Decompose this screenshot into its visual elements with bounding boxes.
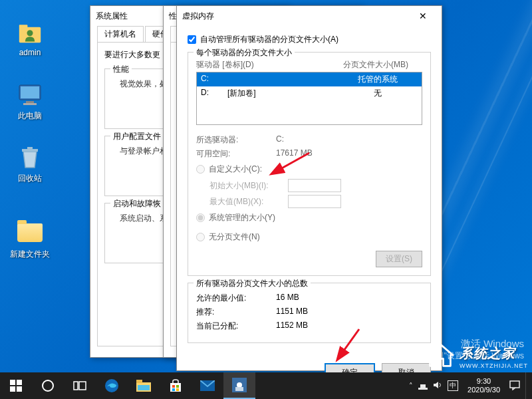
task-view-button[interactable] (64, 372, 96, 399)
auto-manage-checkbox-row[interactable]: 自动管理所有驱动器的分页文件大小(A) (188, 34, 431, 45)
radio-custom-size[interactable]: 自定义大小(C): (196, 164, 422, 175)
svg-rect-12 (17, 380, 22, 385)
totals-fieldset: 所有驱动器分页文件大小的总数 允许的最小值:16 MB 推荐:1151 MB 当… (188, 283, 431, 343)
house-icon (425, 342, 456, 371)
tray-ime-icon[interactable]: 中 (448, 380, 458, 391)
tab-computer-name[interactable]: 计算机名 (97, 26, 144, 42)
folder-icon (17, 219, 43, 246)
selected-drive-label: 所选驱动器: (196, 134, 276, 146)
desktop-icon-this-pc[interactable]: 此电脑 (5, 81, 55, 122)
auto-manage-checkbox[interactable] (188, 35, 196, 44)
taskbar-settings-icon[interactable] (223, 372, 255, 399)
max-size-label: 最大值(MB)(X): (209, 196, 283, 207)
svg-rect-20 (136, 380, 142, 383)
min-label: 允许的最小值: (196, 293, 276, 304)
desktop-icon-admin[interactable]: admin (5, 19, 55, 57)
radio-none-input[interactable] (196, 233, 205, 241)
user-folder-icon (17, 19, 43, 45)
svg-rect-24 (176, 385, 179, 388)
initial-size-input[interactable] (288, 179, 341, 192)
fieldset-legend: 所有驱动器分页文件大小的总数 (194, 278, 311, 289)
svg-rect-7 (22, 149, 38, 152)
taskbar-clock[interactable]: 9:30 2020/9/30 (464, 377, 504, 394)
taskbar-mail-icon[interactable] (192, 372, 223, 399)
svg-rect-6 (23, 103, 37, 105)
radio-system-managed[interactable]: 系统管理的大小(Y) (196, 212, 422, 223)
start-button[interactable] (0, 372, 32, 399)
svg-rect-8 (27, 147, 33, 149)
initial-size-label: 初始大小(MB)(I): (209, 180, 283, 192)
titlebar[interactable]: 虚拟内存 ✕ (177, 6, 442, 26)
taskbar-edge-icon[interactable] (96, 372, 128, 399)
radio-system-input[interactable] (196, 213, 205, 222)
close-button[interactable]: ✕ (410, 7, 436, 25)
rec-label: 推荐: (196, 307, 276, 318)
cur-label: 当前已分配: (196, 321, 276, 332)
svg-rect-25 (172, 388, 175, 391)
svg-rect-16 (74, 382, 78, 390)
drive-list[interactable]: C: 托管的系统 D: [新加卷] 无 (196, 72, 422, 125)
this-pc-icon (17, 81, 43, 108)
svg-rect-32 (420, 384, 426, 388)
cur-value: 1152 MB (276, 321, 308, 332)
system-tray[interactable]: ˄ 中 9:30 2020/9/30 (409, 372, 532, 399)
svg-point-15 (43, 380, 53, 391)
window-title: 虚拟内存 (182, 11, 410, 22)
col-header-drive: 驱动器 [卷标](D) (196, 59, 329, 70)
action-center-icon[interactable] (509, 380, 520, 392)
drive-row[interactable]: C: 托管的系统 (197, 72, 422, 86)
taskbar[interactable]: ˄ 中 9:30 2020/9/30 (0, 372, 532, 399)
min-value: 16 MB (276, 293, 299, 304)
free-space-label: 可用空间: (196, 148, 276, 160)
taskbar-store-icon[interactable] (160, 372, 192, 399)
desktop-icon-new-folder[interactable]: 新建文件夹 (5, 219, 55, 260)
desktop-icon-label: 此电脑 (5, 110, 55, 122)
drive-row[interactable]: D: [新加卷] 无 (197, 86, 422, 100)
set-button[interactable]: 设置(S) (376, 251, 422, 267)
svg-point-29 (237, 382, 242, 388)
svg-rect-14 (17, 386, 22, 392)
svg-rect-30 (235, 387, 243, 391)
svg-point-2 (27, 30, 33, 36)
auto-manage-label: 自动管理所有驱动器的分页文件大小(A) (200, 34, 338, 45)
desktop-icon-label: admin (5, 48, 55, 57)
desktop-icon-recycle-bin[interactable]: 回收站 (5, 144, 55, 184)
svg-rect-21 (138, 385, 150, 390)
col-header-size: 分页文件大小(MB) (329, 59, 422, 70)
selected-drive-value: C: (276, 134, 284, 146)
rec-value: 1151 MB (276, 307, 308, 318)
svg-rect-11 (10, 380, 15, 385)
tray-chevron-up-icon[interactable]: ˄ (409, 382, 413, 390)
svg-rect-5 (26, 101, 34, 103)
recycle-bin-icon (17, 144, 43, 170)
group-user-profiles: 用户配置文件 (110, 131, 164, 142)
brand-text: 系统之家 (460, 346, 515, 360)
desktop-icon-label: 新建文件夹 (5, 249, 55, 260)
max-size-input[interactable] (288, 195, 341, 208)
tray-network-icon[interactable] (418, 380, 428, 391)
brand-sub: WWW.XTZHIJIA.NET (460, 362, 528, 369)
show-desktop-button[interactable] (525, 372, 529, 399)
svg-rect-17 (79, 382, 86, 390)
svg-rect-4 (21, 86, 39, 98)
group-performance: 性能 (110, 64, 132, 75)
svg-rect-23 (172, 385, 175, 388)
brand-watermark: 系统之家 WWW.XTZHIJIA.NET (425, 342, 528, 371)
taskbar-file-explorer-icon[interactable] (128, 372, 160, 399)
svg-rect-26 (176, 388, 179, 391)
cortana-search-button[interactable] (32, 372, 64, 399)
radio-no-paging-file[interactable]: 无分页文件(N) (196, 231, 260, 243)
desktop-icon-label: 回收站 (5, 173, 55, 184)
group-startup-recovery: 启动和故障恢 (110, 198, 164, 209)
free-space-value: 17617 MB (276, 148, 313, 160)
svg-rect-13 (10, 386, 15, 392)
tray-volume-icon[interactable] (433, 380, 442, 391)
svg-rect-1 (19, 25, 28, 28)
svg-rect-22 (170, 383, 181, 392)
radio-custom-input[interactable] (196, 165, 205, 174)
fieldset-legend: 每个驱动器的分页文件大小 (194, 47, 295, 59)
svg-rect-33 (510, 381, 519, 388)
per-drive-fieldset: 每个驱动器的分页文件大小 驱动器 [卷标](D) 分页文件大小(MB) C: 托… (188, 52, 431, 276)
virtual-memory-dialog: 虚拟内存 ✕ 自动管理所有驱动器的分页文件大小(A) 每个驱动器的分页文件大小 … (176, 5, 442, 371)
